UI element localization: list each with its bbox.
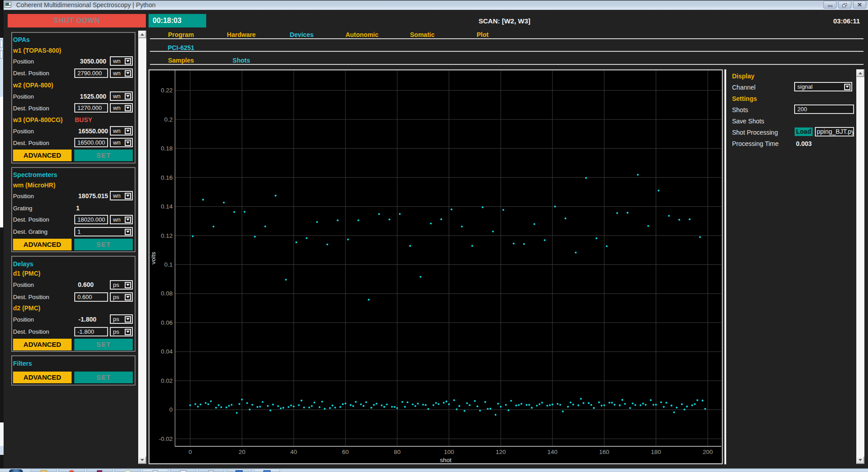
svg-text:volts: volts	[150, 252, 157, 264]
svg-text:0.04: 0.04	[161, 348, 173, 355]
svg-text:-0.02: -0.02	[159, 436, 173, 442]
svg-text:0.1: 0.1	[164, 261, 173, 268]
svg-text:20: 20	[239, 449, 245, 455]
svg-text:0.12: 0.12	[161, 232, 172, 239]
svg-text:200: 200	[703, 449, 713, 455]
svg-text:60: 60	[342, 449, 349, 455]
svg-text:0.16: 0.16	[161, 174, 172, 181]
svg-text:0.06: 0.06	[161, 319, 172, 326]
svg-text:0.18: 0.18	[161, 145, 172, 152]
svg-text:100: 100	[444, 449, 454, 455]
svg-text:0.22: 0.22	[161, 87, 172, 94]
svg-text:180: 180	[651, 449, 661, 455]
svg-text:80: 80	[394, 449, 401, 455]
svg-text:0: 0	[169, 406, 173, 413]
svg-text:0.2: 0.2	[164, 116, 173, 123]
svg-text:0.14: 0.14	[161, 203, 173, 210]
svg-text:shot: shot	[440, 457, 452, 463]
svg-text:120: 120	[496, 449, 506, 455]
svg-text:40: 40	[290, 449, 297, 455]
svg-text:0.08: 0.08	[161, 290, 172, 297]
svg-text:160: 160	[599, 449, 610, 455]
svg-text:0.02: 0.02	[161, 377, 172, 384]
svg-text:140: 140	[547, 449, 558, 455]
svg-text:0: 0	[189, 449, 192, 455]
